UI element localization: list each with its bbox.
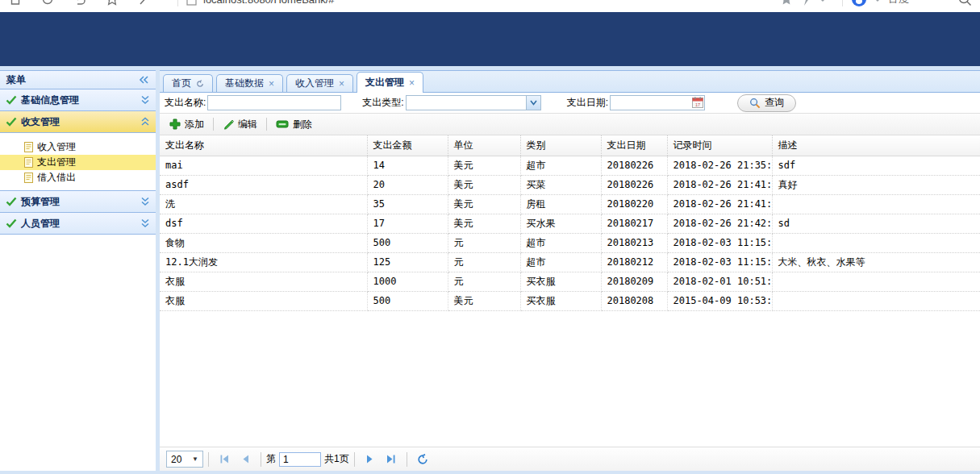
table-cell: 20180217 [601,214,667,233]
page-number-input[interactable] [279,452,321,467]
table-row[interactable]: mai14美元超市201802262018-02-26 21:35:36sdf [160,156,980,175]
table-cell [772,233,980,252]
prev-page-button[interactable] [235,451,256,468]
sidebar-header: 菜单 [0,71,156,89]
table-cell: 500 [367,233,448,252]
pen-icon[interactable] [137,0,152,6]
header-cell-category[interactable]: 类别 [520,135,601,156]
search-form: 支出名称: 支出类型: 支出日期: 17 查询 [160,93,980,114]
combo-arrow-button[interactable] [526,96,540,110]
table-cell: 买衣服 [520,291,601,310]
browser-search-icon[interactable] [957,0,972,6]
close-icon[interactable]: × [409,78,415,88]
table-cell: 买衣服 [520,272,601,291]
edit-button[interactable]: 编辑 [216,115,264,133]
expense-type-combo[interactable] [406,95,541,110]
next-page-button[interactable] [360,451,381,468]
submenu-borrow[interactable]: 借入借出 [0,170,156,185]
accordion-label: 人员管理 [21,217,60,231]
calendar-icon[interactable]: 17 [692,97,703,110]
header-cell-recordtime[interactable]: 记录时间 [667,135,772,156]
header-cell-date[interactable]: 支出日期 [601,135,667,156]
chevron-down-icon[interactable] [874,0,882,6]
close-icon[interactable]: × [339,79,344,89]
document-icon [24,157,33,168]
accordion-basic-info[interactable]: 基础信息管理 [0,89,156,111]
tab-basic-data[interactable]: 基础数据 × [216,74,283,92]
collapse-sidebar-icon[interactable] [139,75,149,85]
page-size-select[interactable]: 20 ▼ [166,451,203,468]
refresh-grid-button[interactable] [412,451,433,468]
table-cell: 超市 [520,233,601,252]
chevron-down-icon[interactable] [818,0,828,6]
lightning-icon[interactable] [800,0,811,6]
accordion-personnel[interactable]: 人员管理 [0,213,156,235]
table-cell: asdf [160,175,367,194]
document-icon [24,142,33,152]
page-icon [186,0,197,6]
query-button[interactable]: 查询 [737,94,796,112]
expense-name-input[interactable] [207,95,341,110]
tab-label: 基础数据 [225,77,264,90]
undo-icon[interactable] [73,0,87,6]
table-cell: 14 [367,156,448,175]
search-engine-label[interactable]: 百度 [888,0,909,6]
table-row[interactable]: 食物500元超市201802132018-02-03 11:15:51 [160,233,980,252]
submenu-label: 收入管理 [37,140,76,154]
table-row[interactable]: 12.1大润发125元超市201802122018-02-03 11:15:51… [160,252,980,272]
tab-home[interactable]: 首页 [163,74,213,92]
submenu-expense[interactable]: 支出管理 [0,155,156,170]
pager-separator [354,452,355,467]
header-cell-amount[interactable]: 支出金额 [367,135,448,156]
table-cell: 2015-04-09 10:53:32 [667,291,772,310]
home-icon[interactable] [8,0,23,6]
accordion-income-expense[interactable]: 收支管理 [0,111,156,133]
table-row[interactable]: 衣服1000元买衣服201802092018-02-01 10:51:58 [160,272,980,291]
table-row[interactable]: asdf20美元买菜201802262018-02-26 21:41:01真好 [160,175,980,194]
tab-refresh-icon[interactable] [196,80,204,88]
last-page-button[interactable] [381,451,402,468]
submenu-income[interactable]: 收入管理 [0,139,156,155]
tab-income[interactable]: 收入管理 × [286,74,353,92]
accordion-budget[interactable]: 预算管理 [0,191,156,213]
check-icon [6,197,17,206]
edit-button-label: 编辑 [238,118,257,131]
pager-separator [208,452,209,467]
chevron-down-icon [530,100,537,106]
table-cell: mai [160,156,367,175]
bookmark-star-icon[interactable] [105,0,119,6]
refresh-icon [417,454,428,465]
delete-button[interactable]: 删除 [269,115,319,133]
table-cell: 20180213 [601,233,667,252]
table-cell: 20180212 [601,252,667,272]
expense-type-input[interactable] [407,96,526,110]
pagination-bar: 20 ▼ 第 共1页 [160,447,980,471]
url-text[interactable]: localhost:8080/HomeBank/# [203,0,335,6]
table-cell [772,272,980,291]
table-cell: 20180209 [601,272,667,291]
expense-date-input[interactable] [610,95,705,110]
header-cell-name[interactable]: 支出名称 [160,135,367,156]
table-row[interactable]: 衣服500美元买衣服201802082015-04-09 10:53:32 [160,291,980,310]
close-icon[interactable]: × [269,79,274,89]
table-cell: 2018-02-26 21:41:37 [667,194,772,214]
page-label-prefix: 第 [266,452,276,466]
table-cell: 美元 [448,214,520,233]
toolbar-divider [177,0,178,6]
refresh-icon[interactable] [40,0,55,6]
edit-icon [223,118,234,130]
chevron-double-down-icon [140,218,150,228]
table-row[interactable]: 洗35美元房租201802202018-02-26 21:41:37 [160,194,980,214]
header-cell-description[interactable]: 描述 [772,135,980,156]
table-cell: 35 [367,194,448,214]
caret-down-icon: ▼ [192,455,198,463]
tab-expense[interactable]: 支出管理 × [357,72,423,93]
table-cell: 17 [367,214,448,233]
add-button[interactable]: 添加 [163,115,211,133]
favorites-star-icon[interactable] [779,0,794,6]
table-row[interactable]: dsf17美元买水果201802172018-02-26 21:42:13sd [160,214,980,233]
baidu-logo[interactable] [851,0,867,7]
first-page-button[interactable] [214,451,235,468]
sidebar: 菜单 基础信息管理 收支管理 收入管理 [0,70,156,471]
header-cell-unit[interactable]: 单位 [448,135,520,156]
